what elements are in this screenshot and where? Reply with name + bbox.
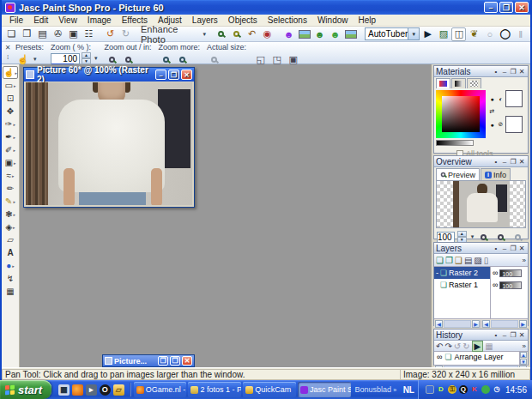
deform-tool[interactable]: ▦ (3, 285, 18, 298)
new-icon[interactable]: ❏ (4, 27, 19, 41)
zoom-input[interactable]: 100 (51, 53, 80, 64)
title-bar[interactable]: Jasc Paint Shop Pro - Picture 60 – ❐ ✕ (2, 0, 530, 15)
menu-objects[interactable]: Objects (224, 15, 262, 25)
image-close-button[interactable]: ✕ (181, 70, 192, 80)
download-manager-icon[interactable]: D (437, 385, 445, 394)
antivirus-icon[interactable]: K (470, 385, 479, 394)
zoom-sparkle2-icon[interactable] (229, 27, 244, 41)
task-fotos[interactable]: 2 fotos 1 - P... (188, 382, 241, 397)
red-eye-icon[interactable]: ◉ (260, 27, 275, 41)
pin-icon[interactable]: • (492, 68, 500, 76)
run-script-icon[interactable]: ▶ (420, 27, 435, 41)
chevron-down-icon[interactable]: ▾ (471, 233, 475, 240)
overview-zoom-input[interactable]: 100 (437, 232, 455, 243)
layers-header[interactable]: Layers • – ❐ ✕ (434, 243, 528, 254)
color-picker[interactable] (436, 90, 486, 138)
selection-tool[interactable]: ▭▸ (3, 79, 18, 92)
tray-clock[interactable]: 14:56 (505, 385, 527, 395)
layer-row[interactable]: - ❏ Raster 2 (434, 267, 490, 279)
scroll-left-icon[interactable]: ◀ (482, 320, 490, 328)
foreground-style-icon[interactable]: ● (488, 96, 496, 102)
crop-tool[interactable]: ⊡ (3, 92, 18, 105)
pattern-tab[interactable] (467, 78, 481, 88)
scroll-right-icon[interactable]: ▶ (472, 320, 480, 328)
key-icon[interactable]: ⚿ (448, 385, 456, 394)
landscape-image-icon[interactable] (297, 27, 311, 41)
history-undo-icon[interactable]: ↺ (454, 342, 461, 351)
image-maximize-button[interactable]: ❐ (168, 70, 179, 80)
airbrush-tool[interactable]: ✏ (3, 182, 18, 195)
task-paintshop[interactable]: Jasc Paint S... (298, 382, 351, 397)
task-bonusblad[interactable]: Bonusblad » (353, 382, 399, 397)
maximize-panel-icon[interactable]: ❐ (509, 158, 517, 166)
maximize-panel-icon[interactable]: ❐ (509, 68, 517, 76)
greyscale-bar[interactable] (436, 140, 474, 146)
background-transparency-icon[interactable]: ⊘ (497, 121, 505, 128)
purple-person-icon[interactable]: ☻ (281, 27, 296, 41)
opacity-bar[interactable]: 100 (499, 269, 522, 277)
more-buttons-icon[interactable]: » (523, 342, 526, 350)
scroll-track[interactable] (444, 320, 471, 328)
spin-down-icon[interactable]: ▼ (82, 58, 91, 64)
new-raster-layer-icon[interactable]: ❏ (436, 256, 444, 265)
maximize-panel-icon[interactable]: ❐ (509, 331, 517, 339)
chevron-down-icon[interactable]: ▾ (408, 28, 419, 39)
maximize-panel-icon[interactable]: ❐ (509, 245, 517, 252)
background-style-icon[interactable]: ● (488, 122, 496, 128)
minimize-panel-icon[interactable]: – (500, 68, 509, 76)
foreground-swatch[interactable] (505, 90, 523, 107)
pin-icon[interactable]: • (492, 331, 500, 339)
firefox-icon[interactable] (72, 384, 83, 396)
image-minimize-button[interactable]: – (155, 70, 166, 80)
edit-script-icon[interactable]: ▨ (436, 27, 450, 41)
visibility-icon[interactable]: ∞ (493, 281, 498, 289)
new-layer-group-icon[interactable]: ▤ (464, 256, 472, 265)
warp-brush-tool[interactable]: ✎▸ (3, 195, 18, 208)
scroll-track[interactable] (491, 320, 518, 328)
scroll-down-icon[interactable]: ▼ (520, 359, 527, 365)
media-player-icon[interactable]: ▸ (86, 384, 97, 396)
pen-tool[interactable]: ↯ (3, 272, 18, 285)
visibility-icon[interactable]: ∞ (493, 269, 498, 277)
minimized-image-window[interactable]: Picture... ❐ ❐ ✕ (102, 354, 195, 367)
menu-view[interactable]: View (54, 15, 82, 25)
spin-up-icon[interactable]: ▲ (82, 52, 91, 58)
task-quickcam[interactable]: QuickCam (243, 382, 296, 397)
layer-row[interactable]: - ❏ Raster 1 (434, 279, 490, 291)
quick-undo-icon[interactable]: ↶ (245, 27, 259, 41)
image-window-titlebar[interactable]: Picture 60* @ 100% (Raster 2) – ❐ ✕ (24, 68, 194, 82)
redo-to-here-icon[interactable]: ↷ (444, 342, 451, 351)
enhance-photo-button[interactable]: Enhance Photo ▾ (140, 27, 207, 41)
overview-thumbnail[interactable] (453, 181, 510, 227)
menu-window[interactable]: Window (313, 15, 353, 25)
show-desktop-icon[interactable]: ▦ (58, 384, 70, 396)
eraser-tool[interactable]: ▱ (3, 233, 18, 246)
minimize-panel-icon[interactable]: – (500, 158, 509, 166)
script-select[interactable]: AutoTuber ▾ (365, 27, 420, 40)
image-window[interactable]: Picture 60* @ 100% (Raster 2) – ❐ ✕ (23, 67, 195, 208)
scratch-remover-tool[interactable]: ≈▸ (3, 169, 18, 182)
menu-file[interactable]: File (5, 15, 27, 25)
foreground-texture-icon[interactable]: ◐ (497, 96, 505, 102)
spin-up-icon[interactable]: ▲ (457, 231, 467, 237)
palette-grip[interactable]: ✕ ⁞ (2, 42, 14, 63)
maximize-button[interactable]: ❐ (499, 2, 513, 13)
folder-icon[interactable]: ▱ (113, 384, 124, 396)
record-icon[interactable]: ◯ (498, 27, 512, 41)
scroll-left-icon[interactable]: ◀ (435, 320, 443, 328)
minimize-panel-icon[interactable]: – (500, 245, 509, 252)
task-ogame[interactable]: OGame.nl -... (134, 382, 187, 397)
close-panel-icon[interactable]: ✕ (517, 158, 526, 166)
preview-tab[interactable]: Preview (436, 168, 480, 180)
green-person2-icon[interactable]: ☻ (328, 27, 342, 41)
minimize-panel-icon[interactable]: – (500, 331, 509, 339)
green-person-icon[interactable]: ☻ (312, 27, 327, 41)
save-icon[interactable]: ▣ (66, 27, 81, 41)
minimized-close-button[interactable]: ✕ (182, 356, 192, 366)
start-button[interactable]: start (0, 380, 51, 399)
flood-fill-tool[interactable]: ◈▸ (3, 221, 18, 233)
paint-brush-tool[interactable]: ✐▸ (3, 143, 18, 156)
zoom-sparkle-icon[interactable] (214, 27, 228, 41)
scroll-up-icon[interactable]: ▲ (520, 352, 527, 358)
minimize-button[interactable]: – (484, 2, 498, 13)
